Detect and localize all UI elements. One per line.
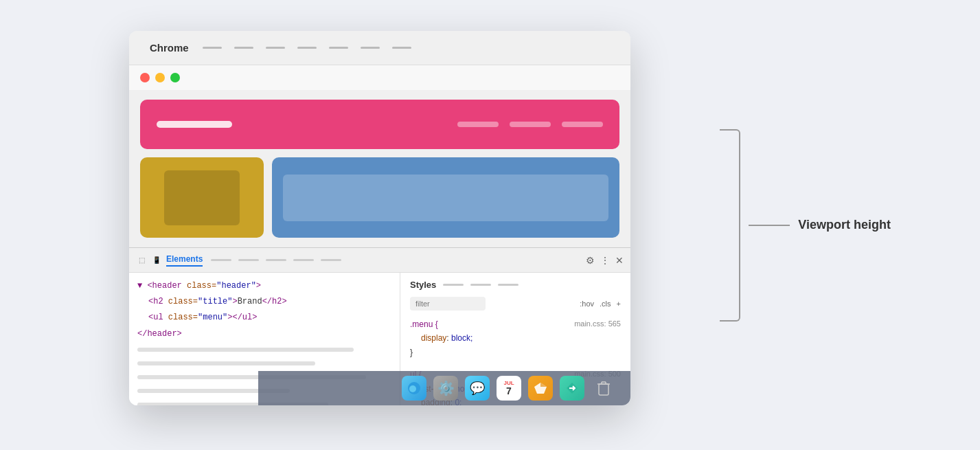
elem-tag-gt: >	[232, 297, 237, 306]
styles-filter-input[interactable]	[410, 297, 486, 311]
elem-placeholder-2	[137, 361, 315, 365]
styles-header: Styles	[410, 280, 621, 290]
elem-tag-close-1: >	[256, 281, 261, 291]
dock-messages-icon[interactable]: 💬	[465, 376, 490, 401]
elem-attr-class-3: class=	[168, 313, 198, 322]
dock-trash-icon[interactable]	[591, 376, 616, 401]
more-icon[interactable]: ⋮	[600, 255, 610, 266]
elem-ul-close: ></ul>	[227, 313, 257, 322]
dock-calendar-icon[interactable]: JUL 7	[497, 376, 521, 401]
menu-dash-4	[297, 47, 317, 49]
site-nav-item-1	[457, 122, 499, 127]
elem-ul-open: <ul	[148, 313, 168, 322]
menu-dash-2	[234, 47, 253, 49]
website-preview	[129, 90, 630, 247]
pseudo-hov[interactable]: :hov	[580, 300, 594, 308]
tab-dash-1	[211, 259, 231, 261]
yellow-block	[140, 157, 264, 238]
annotation-label: Viewport height	[798, 218, 891, 232]
annotation-line	[749, 225, 790, 226]
close-button[interactable]	[140, 73, 150, 82]
menu-dash-5	[329, 47, 348, 49]
site-brand-bar	[157, 121, 232, 128]
elem-h2-text: Brand	[238, 297, 262, 306]
dock: ⚙️ 💬 JUL 7	[258, 371, 630, 405]
close-devtools-icon[interactable]: ✕	[615, 255, 624, 266]
dock-finder-icon[interactable]	[402, 376, 426, 401]
app-title: Chrome	[150, 42, 189, 54]
tab-dash-2	[238, 259, 259, 261]
css-rule-1: main.css: 565 .menu { display: block; }	[410, 317, 621, 359]
settings-icon[interactable]: ⚙	[586, 255, 595, 266]
styles-header-dash-3	[498, 284, 519, 286]
maximize-button[interactable]	[170, 73, 180, 82]
css-source-1: main.css: 565	[574, 317, 621, 330]
site-nav-items	[457, 122, 603, 127]
elem-line-1: ▼ <header class="header">	[137, 280, 391, 293]
title-bar: Chrome	[129, 31, 630, 65]
elem-h2-close: </h2>	[262, 297, 287, 306]
css-brace-1: }	[410, 348, 413, 357]
elem-h2-open: <h2	[148, 297, 168, 306]
site-nav-item-2	[510, 122, 551, 127]
blue-block	[272, 157, 619, 238]
styles-filter-actions: :hov .cls +	[580, 300, 621, 308]
css-selector-1: .menu {	[410, 319, 438, 329]
svg-marker-3	[540, 383, 547, 387]
scene: Chrome	[0, 0, 980, 450]
elem-attr-class-2: class=	[168, 297, 198, 306]
elem-tag-header-open: ▼ <header	[137, 281, 187, 291]
site-nav-item-3	[562, 122, 603, 127]
elem-attr-class-1: class=	[187, 281, 216, 291]
devtools-tabs: ⬚ 📱 Elements ⚙ ⋮ ✕	[129, 248, 630, 273]
css-value-1: block;	[451, 333, 472, 343]
styles-filter-row: :hov .cls +	[410, 297, 621, 311]
devtools-actions: ⚙ ⋮ ✕	[586, 255, 624, 266]
tab-elements[interactable]: Elements	[166, 254, 203, 267]
svg-point-1	[409, 385, 416, 392]
dock-sketch-icon[interactable]	[528, 376, 553, 401]
device-icon[interactable]: 📱	[151, 255, 162, 266]
site-header	[140, 100, 619, 149]
browser-window: Chrome	[129, 31, 630, 405]
css-prop-1: display	[421, 333, 446, 343]
content-blocks	[140, 157, 619, 238]
elem-line-4: </header>	[137, 328, 391, 341]
styles-header-dash-1	[443, 284, 464, 286]
blue-block-inner	[283, 175, 608, 221]
tab-dash-5	[321, 259, 341, 261]
elem-attr-val-3: "menu"	[198, 313, 227, 322]
menu-items	[203, 47, 411, 49]
elem-placeholder-1	[137, 348, 354, 352]
dock-migrate-icon[interactable]	[560, 376, 584, 401]
viewport-bracket	[720, 129, 740, 322]
menu-dash-1	[203, 47, 222, 49]
traffic-lights	[129, 65, 630, 90]
devtools-tab-list	[211, 259, 341, 261]
minimize-button[interactable]	[155, 73, 165, 82]
inspect-icon[interactable]: ⬚	[136, 255, 147, 266]
elem-line-2: <h2 class="title">Brand</h2>	[137, 295, 391, 308]
tab-dash-4	[293, 259, 314, 261]
svg-rect-4	[599, 384, 608, 395]
viewport-annotation: Viewport height	[720, 129, 891, 322]
styles-label: Styles	[410, 280, 436, 290]
menu-dash-3	[266, 47, 285, 49]
pseudo-cls[interactable]: .cls	[600, 300, 611, 308]
tab-dash-3	[266, 259, 286, 261]
dock-settings-icon[interactable]: ⚙️	[433, 376, 458, 401]
browser-content: ⬚ 📱 Elements ⚙ ⋮ ✕	[129, 90, 630, 405]
styles-header-dash-2	[470, 284, 491, 286]
elem-attr-val-2: "title"	[198, 297, 232, 306]
add-style-btn[interactable]: +	[617, 300, 621, 308]
elem-attr-val-1: "header"	[216, 281, 256, 291]
yellow-block-inner	[164, 170, 240, 225]
elem-line-3: <ul class="menu"></ul>	[137, 311, 391, 324]
menu-dash-6	[361, 47, 380, 49]
elem-header-close: </header>	[137, 329, 182, 339]
menu-dash-7	[392, 47, 411, 49]
